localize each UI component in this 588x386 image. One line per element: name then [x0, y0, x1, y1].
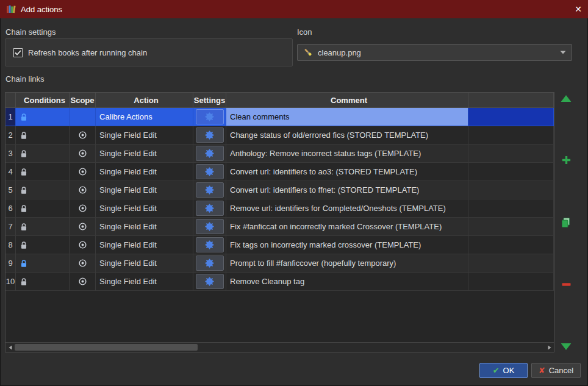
conditions-cell[interactable]	[16, 254, 70, 273]
settings-cell[interactable]	[193, 181, 226, 199]
conditions-cell[interactable]	[16, 163, 70, 181]
row-tail-cell[interactable]	[468, 126, 554, 145]
conditions-cell[interactable]	[16, 218, 70, 236]
settings-cell[interactable]	[193, 199, 226, 218]
row-tail-cell[interactable]	[468, 108, 554, 126]
row-number[interactable]: 1	[5, 108, 16, 126]
comment-cell[interactable]: Convert url: identifiers to ao3: (STORED…	[226, 163, 468, 181]
settings-button[interactable]	[196, 201, 224, 216]
scope-cell[interactable]	[70, 108, 96, 126]
chain-link-row[interactable]: 5Single Field EditConvert url: identifie…	[5, 181, 554, 199]
row-number[interactable]: 2	[5, 126, 16, 145]
settings-button[interactable]	[196, 164, 224, 179]
scope-cell[interactable]	[70, 199, 96, 218]
row-number[interactable]: 7	[5, 218, 16, 236]
conditions-cell[interactable]	[16, 199, 70, 218]
comment-cell[interactable]: Prompt to fill #fanficcover (hopefully t…	[226, 254, 468, 273]
chain-link-row[interactable]: 9Single Field EditPrompt to fill #fanfic…	[5, 254, 554, 273]
settings-cell[interactable]	[193, 218, 226, 236]
move-down-button[interactable]	[559, 340, 573, 352]
settings-button[interactable]	[196, 127, 224, 143]
settings-button[interactable]	[196, 109, 224, 124]
comment-cell[interactable]: Convert url: identifiers to ffnet: (STOR…	[226, 181, 468, 199]
chain-link-row[interactable]: 7Single Field EditFix #fanficcat on inco…	[5, 218, 554, 236]
settings-cell[interactable]	[193, 163, 226, 181]
chain-link-row[interactable]: 1Calibre ActionsClean comments	[5, 108, 554, 126]
action-cell[interactable]: Single Field Edit	[96, 181, 193, 199]
scope-cell[interactable]	[70, 236, 96, 254]
comment-cell[interactable]: Remove Cleanup tag	[226, 273, 468, 291]
left-arrow-icon[interactable]	[5, 343, 15, 352]
settings-button[interactable]	[196, 182, 224, 198]
scope-cell[interactable]	[70, 273, 96, 291]
row-tail-cell[interactable]	[468, 199, 554, 218]
row-number[interactable]: 6	[5, 199, 16, 218]
action-cell[interactable]: Single Field Edit	[96, 145, 193, 163]
comment-cell[interactable]: Remove url: identifiers for Completed/On…	[226, 199, 468, 218]
comment-cell[interactable]: Fix tags on incorrectly marked crossover…	[226, 236, 468, 254]
action-cell[interactable]: Single Field Edit	[96, 199, 193, 218]
row-number[interactable]: 9	[5, 254, 16, 273]
settings-button[interactable]	[196, 256, 224, 271]
row-number[interactable]: 4	[5, 163, 16, 181]
scrollbar-thumb[interactable]	[15, 344, 198, 351]
settings-cell[interactable]	[193, 236, 226, 254]
conditions-cell[interactable]	[16, 181, 70, 199]
settings-cell[interactable]	[193, 254, 226, 273]
horizontal-scrollbar[interactable]	[5, 342, 554, 352]
scope-cell[interactable]	[70, 254, 96, 273]
settings-button[interactable]	[196, 237, 224, 252]
settings-button[interactable]	[196, 274, 224, 289]
copy-link-button[interactable]	[559, 216, 573, 229]
chain-link-row[interactable]: 3Single Field EditAnthology: Remove inco…	[5, 145, 554, 163]
remove-link-button[interactable]	[559, 278, 573, 290]
action-cell[interactable]: Single Field Edit	[96, 273, 193, 291]
ok-button[interactable]: ✔ OK	[479, 363, 528, 378]
settings-cell[interactable]	[193, 273, 226, 291]
chain-link-row[interactable]: 10Single Field EditRemove Cleanup tag	[5, 273, 554, 291]
row-tail-cell[interactable]	[468, 236, 554, 254]
conditions-cell[interactable]	[16, 145, 70, 163]
comment-cell[interactable]: Anthology: Remove incorrect status tags …	[226, 145, 468, 163]
add-link-button[interactable]	[559, 154, 573, 166]
icon-combobox[interactable]: cleanup.png	[297, 44, 572, 61]
action-cell[interactable]: Single Field Edit	[96, 218, 193, 236]
row-tail-cell[interactable]	[468, 145, 554, 163]
row-tail-cell[interactable]	[468, 218, 554, 236]
conditions-cell[interactable]	[16, 126, 70, 145]
scope-cell[interactable]	[70, 126, 96, 145]
scope-cell[interactable]	[70, 218, 96, 236]
settings-cell[interactable]	[193, 145, 226, 163]
row-tail-cell[interactable]	[468, 273, 554, 291]
action-cell[interactable]: Single Field Edit	[96, 254, 193, 273]
action-cell[interactable]: Single Field Edit	[96, 126, 193, 145]
comment-cell[interactable]: Change status of old/errored fics (STORE…	[226, 126, 468, 145]
cancel-button[interactable]: ✘ Cancel	[531, 363, 581, 378]
settings-cell[interactable]	[193, 108, 226, 126]
comment-cell[interactable]: Fix #fanficcat on incorrectly marked Cro…	[226, 218, 468, 236]
row-number[interactable]: 5	[5, 181, 16, 199]
row-tail-cell[interactable]	[468, 254, 554, 273]
action-cell[interactable]: Single Field Edit	[96, 236, 193, 254]
scope-cell[interactable]	[70, 181, 96, 199]
row-tail-cell[interactable]	[468, 163, 554, 181]
refresh-checkbox[interactable]	[13, 48, 23, 57]
action-cell[interactable]: Calibre Actions	[96, 108, 193, 126]
conditions-cell[interactable]	[16, 273, 70, 291]
chain-link-row[interactable]: 2Single Field EditChange status of old/e…	[5, 126, 554, 145]
comment-cell[interactable]: Clean comments	[226, 108, 468, 126]
row-number[interactable]: 8	[5, 236, 16, 254]
right-arrow-icon[interactable]	[545, 343, 554, 352]
close-icon[interactable]: ✕	[575, 5, 582, 13]
row-number[interactable]: 10	[5, 273, 16, 291]
scope-cell[interactable]	[70, 145, 96, 163]
refresh-checkbox-label[interactable]: Refresh books after running chain	[28, 48, 147, 57]
settings-cell[interactable]	[193, 126, 226, 145]
chain-link-row[interactable]: 4Single Field EditConvert url: identifie…	[5, 163, 554, 181]
move-up-button[interactable]	[559, 92, 573, 104]
scope-cell[interactable]	[70, 163, 96, 181]
action-cell[interactable]: Single Field Edit	[96, 163, 193, 181]
settings-button[interactable]	[196, 219, 224, 234]
conditions-cell[interactable]	[16, 108, 70, 126]
row-number[interactable]: 3	[5, 145, 16, 163]
